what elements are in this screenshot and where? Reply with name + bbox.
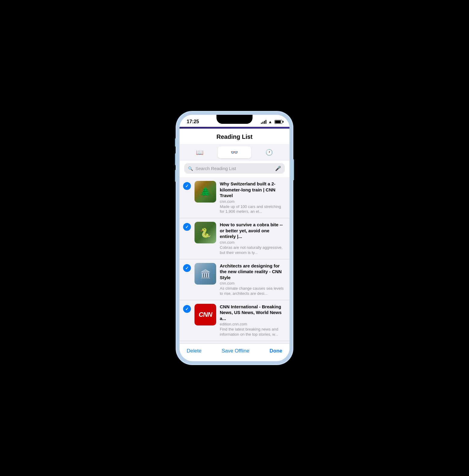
item-desc-1: Made up of 100 cars and stretching for 1…	[220, 204, 285, 215]
item-text-1: Why Switzerland built a 2-kilometer-long…	[220, 181, 285, 214]
delete-button[interactable]: Delete	[187, 348, 201, 354]
item-checkbox-4[interactable]: ✓	[183, 305, 191, 313]
item-thumbnail-4: CNN	[195, 304, 216, 325]
reading-list-icon: 👓	[231, 149, 238, 156]
search-placeholder: Search Reading List	[195, 166, 273, 171]
bottom-toolbar: Delete Save Offline Done	[179, 343, 290, 361]
item-desc-2: Cobras are not naturally aggressive, but…	[220, 245, 285, 255]
done-button[interactable]: Done	[270, 348, 283, 354]
item-text-2: How to survive a cobra bite -- or better…	[220, 222, 285, 255]
item-checkbox-3[interactable]: ✓	[183, 264, 191, 272]
tab-history[interactable]: 🕐	[253, 146, 286, 158]
item-desc-4: Find the latest breaking news and inform…	[220, 327, 285, 337]
tab-bookmarks[interactable]: 📖	[183, 146, 216, 158]
item-title-1: Why Switzerland built a 2-kilometer-long…	[220, 181, 285, 199]
checkbox-area[interactable]: ✓	[179, 222, 195, 231]
battery-icon	[274, 120, 282, 124]
volume-down-button[interactable]	[175, 170, 176, 182]
search-icon: 🔍	[188, 166, 193, 171]
item-thumbnail-2	[195, 222, 216, 243]
notch	[216, 115, 253, 124]
status-icons: ▲	[261, 120, 282, 124]
main-content: Reading List 📖 👓 🕐 🔍 Search Reading Lis	[179, 129, 290, 361]
wifi-icon: ▲	[268, 120, 272, 124]
list-item[interactable]: ✓ CNN CNN International - Breaking News,…	[179, 300, 290, 341]
save-offline-button[interactable]: Save Offline	[222, 348, 249, 354]
power-button[interactable]	[293, 159, 294, 180]
volume-up-button[interactable]	[175, 153, 176, 165]
item-desc-3: As climate change causes sea levels to r…	[220, 286, 285, 296]
checkbox-area[interactable]: ✓	[179, 304, 195, 313]
item-domain-1: cnn.com	[220, 199, 285, 204]
list-item[interactable]: ✓ 83... reddit.com	[179, 341, 290, 343]
item-thumbnail-3	[195, 263, 216, 285]
reading-list: ✓ Why Switzerland built a 2-kilometer-lo…	[179, 177, 290, 343]
item-domain-3: cnn.com	[220, 281, 285, 285]
silent-switch[interactable]	[175, 138, 176, 147]
status-time: 17:25	[187, 119, 199, 124]
search-input-wrap[interactable]: 🔍 Search Reading List 🎤	[184, 163, 285, 174]
item-thumbnail-1	[195, 181, 216, 203]
tab-bar: 📖 👓 🕐	[179, 144, 290, 161]
checkbox-area[interactable]: ✓	[179, 181, 195, 190]
header: Reading List	[179, 129, 290, 144]
item-title-2: How to survive a cobra bite -- or better…	[220, 222, 285, 240]
item-text-4: CNN International - Breaking News, US Ne…	[220, 304, 285, 337]
item-domain-4: edition.cnn.com	[220, 322, 285, 326]
item-domain-2: cnn.com	[220, 240, 285, 245]
checkbox-area[interactable]: ✓	[179, 263, 195, 272]
search-bar: 🔍 Search Reading List 🎤	[179, 161, 290, 177]
item-checkbox-2[interactable]: ✓	[183, 223, 191, 231]
history-icon: 🕐	[265, 149, 273, 156]
item-text-3: Architects are designing for the new cli…	[220, 263, 285, 296]
list-item[interactable]: ✓ Architects are designing for the new c…	[179, 259, 290, 300]
mic-icon[interactable]: 🎤	[275, 166, 281, 171]
item-title-3: Architects are designing for the new cli…	[220, 263, 285, 281]
bookmarks-icon: 📖	[196, 149, 204, 156]
list-item[interactable]: ✓ Why Switzerland built a 2-kilometer-lo…	[179, 177, 290, 218]
tab-reading-list[interactable]: 👓	[218, 146, 251, 158]
item-checkbox-1[interactable]: ✓	[183, 182, 191, 190]
signal-icon	[261, 120, 266, 124]
list-item[interactable]: ✓ How to survive a cobra bite -- or bett…	[179, 218, 290, 259]
phone-screen: 17:25 ▲ Reading List	[179, 115, 290, 361]
phone-frame: 17:25 ▲ Reading List	[176, 111, 293, 365]
page-title: Reading List	[216, 133, 253, 140]
item-title-4: CNN International - Breaking News, US Ne…	[220, 304, 285, 322]
